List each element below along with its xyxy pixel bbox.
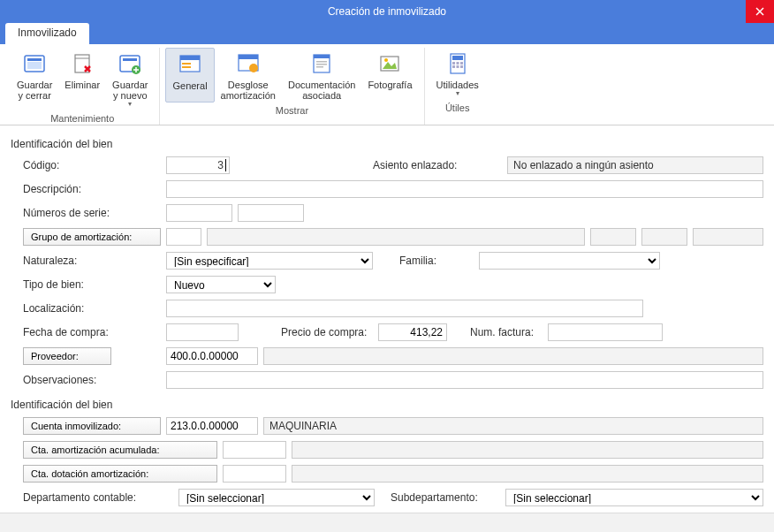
svg-rect-10	[182, 66, 191, 68]
subdept-select[interactable]: [Sin seleccionar]	[505, 489, 763, 506]
svg-rect-1	[27, 58, 42, 61]
cta-amort-name	[292, 441, 763, 459]
section1-title: Identificación del bien	[11, 138, 763, 150]
svg-rect-26	[460, 62, 463, 65]
section2-title: Identificación del bien	[11, 399, 763, 411]
descripcion-input[interactable]	[166, 180, 763, 198]
save-new-icon	[116, 49, 144, 78]
localizacion-label: Localización:	[11, 302, 166, 315]
title-bar: Creación de inmovilizado	[0, 0, 774, 23]
docs-button[interactable]: Documentación asociada	[282, 48, 361, 103]
cuenta-code-input[interactable]	[166, 417, 258, 435]
general-button[interactable]: General	[165, 48, 214, 103]
tipo-label: Tipo de bien:	[11, 278, 166, 291]
numserie1-input[interactable]	[166, 204, 232, 222]
ribbon: Guardar y cerrar Eliminar Guardar y nuev…	[0, 44, 774, 125]
svg-rect-17	[316, 64, 327, 65]
descripcion-label: Descripción:	[11, 183, 166, 195]
dept-select[interactable]: [Sin seleccionar]	[178, 489, 375, 506]
svg-rect-8	[180, 56, 200, 60]
ribbon-group-utils: Utilidades ▾ Útiles	[425, 48, 490, 125]
desglose-icon	[234, 49, 262, 78]
save-new-button[interactable]: Guardar y nuevo ▾	[106, 48, 154, 110]
codigo-label: Código:	[11, 159, 166, 171]
subdept-label: Subdepartamento:	[391, 491, 505, 504]
familia-select[interactable]	[479, 252, 660, 270]
obs-input[interactable]	[166, 371, 763, 389]
obs-label: Observaciones:	[11, 374, 166, 386]
grupo-amort-button[interactable]: Grupo de amortización:	[23, 228, 161, 246]
delete-icon	[68, 49, 96, 78]
svg-rect-5	[123, 58, 137, 61]
cta-amort-button[interactable]: Cta. amortización acumulada:	[23, 441, 217, 459]
grupo-val3	[693, 228, 763, 246]
fecha-label: Fecha de compra:	[11, 326, 166, 338]
grupo-val1	[590, 228, 636, 246]
foto-button[interactable]: Fotografía	[361, 48, 418, 103]
save-close-button[interactable]: Guardar y cerrar	[11, 48, 58, 110]
svg-rect-24	[452, 62, 455, 65]
proveedor-code-input[interactable]	[166, 347, 258, 365]
svg-rect-18	[316, 66, 323, 68]
tipo-select[interactable]: Nuevo	[166, 276, 276, 293]
desglose-button[interactable]: Desglose amortización	[215, 48, 282, 103]
ribbon-group-show: General Desglose amortización Documentac…	[160, 48, 424, 125]
svg-rect-9	[182, 63, 191, 65]
caret-down-icon: ▾	[128, 101, 132, 109]
window-title: Creación de inmovilizado	[328, 5, 446, 18]
status-bar	[0, 513, 774, 532]
close-icon	[755, 7, 764, 16]
caret-down-icon: ▾	[456, 90, 459, 98]
svg-rect-25	[456, 62, 459, 65]
localizacion-input[interactable]	[166, 300, 643, 317]
tab-inmovilizado[interactable]: Inmovilizado	[5, 23, 89, 44]
precio-label: Precio de compra:	[281, 326, 378, 338]
svg-rect-12	[239, 55, 258, 59]
dept-label: Departamento contable:	[11, 491, 178, 504]
svg-rect-2	[27, 62, 42, 69]
proveedor-button[interactable]: Proveedor:	[23, 347, 111, 365]
general-icon	[176, 50, 204, 79]
docs-icon	[307, 49, 336, 78]
tab-strip: Inmovilizado	[0, 23, 774, 44]
form-area: Identificación del bien Código: 3 Asient…	[0, 125, 774, 507]
cta-amort-code-input[interactable]	[223, 441, 286, 459]
svg-rect-27	[452, 65, 455, 68]
save-close-icon	[20, 49, 49, 78]
calculator-icon	[444, 49, 472, 78]
grupo-name1	[207, 228, 585, 246]
codigo-input[interactable]: 3	[166, 156, 230, 174]
fecha-input[interactable]	[166, 323, 239, 341]
cta-dot-button[interactable]: Cta. dotación amortización:	[23, 465, 217, 483]
cuenta-name: MAQUINARIA	[263, 417, 763, 435]
ribbon-group-maintenance: Guardar y cerrar Eliminar Guardar y nuev…	[5, 48, 160, 125]
ribbon-group-label-maintenance: Mantenimiento	[11, 110, 154, 126]
cta-dot-code-input[interactable]	[223, 465, 286, 483]
precio-input[interactable]	[378, 323, 447, 341]
ribbon-group-label-utils: Útiles	[430, 100, 485, 116]
numeros-label: Números de serie:	[11, 207, 166, 219]
svg-rect-16	[316, 61, 327, 63]
numfact-label: Num. factura:	[470, 326, 548, 338]
delete-button[interactable]: Eliminar	[58, 48, 106, 110]
asiento-label: Asiento enlazado:	[373, 159, 507, 171]
asiento-value: No enlazado a ningún asiento	[507, 156, 763, 174]
utilities-button[interactable]: Utilidades ▾	[430, 48, 485, 100]
numfact-input[interactable]	[548, 323, 663, 341]
svg-rect-15	[314, 55, 330, 58]
naturaleza-select[interactable]: [Sin especificar]	[166, 252, 373, 270]
proveedor-name	[263, 347, 763, 365]
grupo-code-input[interactable]	[166, 228, 201, 246]
familia-label: Familia:	[399, 255, 479, 267]
foto-icon	[376, 49, 404, 78]
svg-point-13	[249, 64, 258, 72]
svg-point-21	[384, 58, 388, 62]
numserie2-input[interactable]	[238, 204, 304, 222]
close-button[interactable]	[746, 0, 774, 23]
grupo-val2	[641, 228, 687, 246]
cta-dot-name	[292, 465, 763, 483]
svg-rect-29	[460, 65, 463, 68]
svg-rect-23	[452, 56, 463, 60]
svg-marker-20	[383, 62, 397, 69]
cuenta-inmov-button[interactable]: Cuenta inmovilizado:	[23, 417, 161, 435]
